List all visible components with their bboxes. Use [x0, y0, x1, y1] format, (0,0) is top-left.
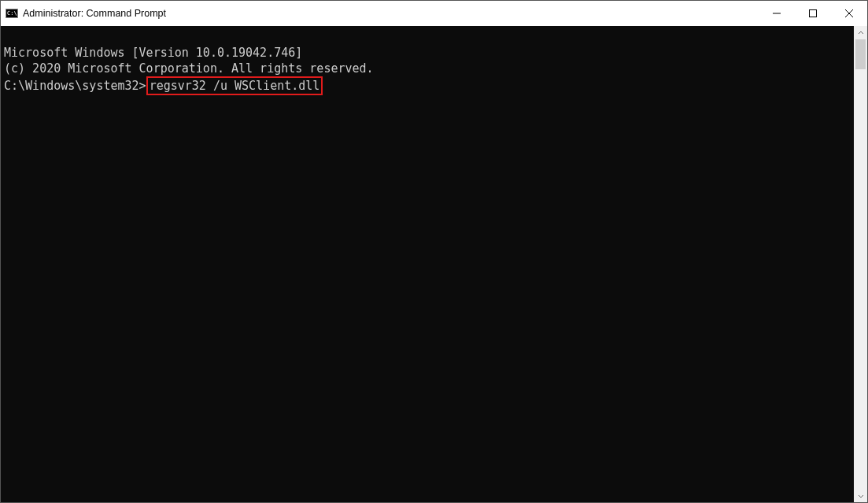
cmd-icon: C:\ — [6, 7, 18, 20]
close-icon — [845, 9, 853, 17]
svg-text:C:\: C:\ — [7, 10, 17, 17]
vertical-scrollbar[interactable] — [854, 26, 867, 502]
command-highlight-box: regsvr32 /u WSClient.dll — [146, 76, 323, 95]
minimize-button[interactable] — [759, 1, 795, 26]
terminal-line-version: Microsoft Windows [Version 10.0.19042.74… — [4, 45, 854, 61]
svg-rect-3 — [810, 10, 817, 17]
window-title: Administrator: Command Prompt — [23, 8, 759, 19]
entered-command: regsvr32 /u WSClient.dll — [150, 79, 320, 93]
window-controls — [759, 1, 867, 26]
window-frame: C:\ Administrator: Command Prompt Micros… — [0, 0, 868, 503]
close-button[interactable] — [831, 1, 867, 26]
scrollbar-thumb[interactable] — [855, 39, 866, 69]
scrollbar-track[interactable] — [854, 39, 867, 489]
maximize-icon — [809, 9, 817, 17]
terminal-area[interactable]: Microsoft Windows [Version 10.0.19042.74… — [1, 26, 854, 502]
client-area: Microsoft Windows [Version 10.0.19042.74… — [1, 26, 867, 502]
prompt-path: C:\Windows\system32> — [4, 79, 146, 93]
minimize-icon — [773, 9, 781, 17]
scroll-down-button[interactable] — [854, 489, 867, 502]
chevron-down-icon — [858, 493, 864, 499]
terminal-line-copyright: (c) 2020 Microsoft Corporation. All righ… — [4, 61, 854, 76]
terminal-prompt-line: C:\Windows\system32>regsvr32 /u WSClient… — [4, 76, 854, 95]
titlebar[interactable]: C:\ Administrator: Command Prompt — [1, 1, 867, 26]
maximize-button[interactable] — [795, 1, 831, 26]
scroll-up-button[interactable] — [854, 26, 867, 39]
chevron-up-icon — [858, 30, 864, 36]
